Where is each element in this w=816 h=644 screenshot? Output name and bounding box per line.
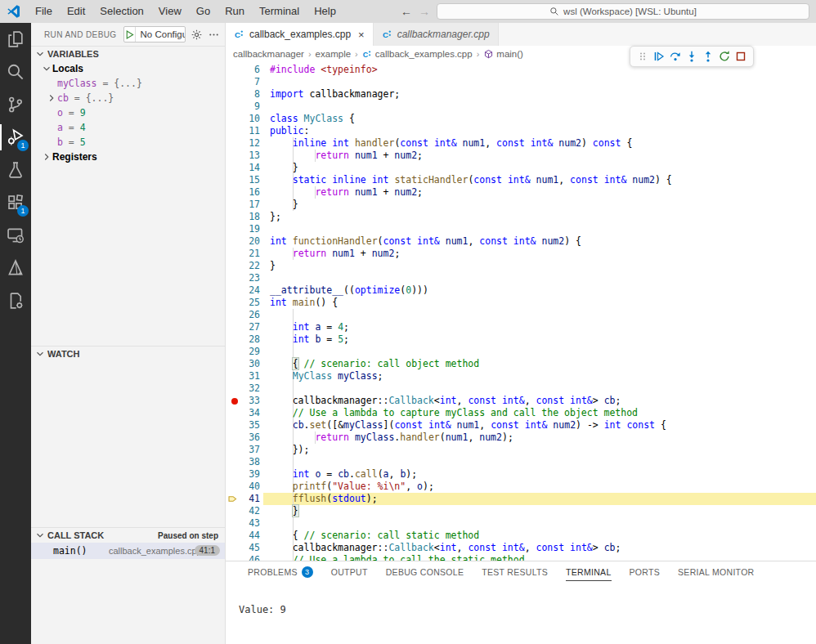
call-stack-frame[interactable]: main()callback_examples.cpp41:1: [31, 543, 225, 559]
panel-tab-terminal[interactable]: TERMINAL: [557, 561, 621, 583]
code-line-34[interactable]: 34 // Use a lambda to capture myClass an…: [226, 407, 816, 419]
code-line-24[interactable]: 24__attribute__((optimize(0))): [226, 284, 816, 297]
line-number[interactable]: 21: [226, 248, 260, 260]
variable-row[interactable]: a = 4: [31, 120, 225, 135]
menu-run[interactable]: Run: [217, 0, 252, 23]
remote-explorer-icon[interactable]: [0, 219, 31, 252]
variable-row[interactable]: cb = {...}: [31, 91, 225, 105]
continue-button[interactable]: [651, 48, 667, 65]
line-number[interactable]: 7: [226, 76, 260, 88]
editor-tab-callback_examples.cpp[interactable]: Ccallback_examples.cpp×: [226, 23, 374, 46]
line-number[interactable]: 39: [226, 468, 260, 481]
variable-row[interactable]: b = 5: [31, 135, 225, 150]
panel-tab-problems[interactable]: PROBLEMS3: [239, 561, 322, 583]
code-line-41[interactable]: 41 fflush(stdout);: [226, 493, 816, 505]
line-number[interactable]: 14: [226, 162, 260, 174]
line-number[interactable]: 10: [226, 113, 260, 125]
line-number[interactable]: 8: [226, 88, 260, 101]
line-number[interactable]: 23: [226, 272, 260, 284]
code-line-14[interactable]: 14 }: [226, 162, 816, 174]
call-stack-section-header[interactable]: CALL STACK Paused on step: [31, 528, 225, 543]
makefile-tools-icon[interactable]: [0, 284, 31, 317]
command-center-search[interactable]: wsl (Workspace) [WSL: Ubuntu]: [437, 3, 809, 20]
line-number[interactable]: 24: [226, 284, 260, 297]
code-line-30[interactable]: 30 { // scenario: call object method: [226, 358, 816, 370]
more-actions-button[interactable]: [208, 26, 220, 42]
code-line-28[interactable]: 28 int b = 5;: [226, 333, 816, 346]
variable-row[interactable]: myClass = {...}: [31, 76, 225, 91]
extensions-icon[interactable]: 1: [0, 186, 31, 219]
source-control-icon[interactable]: [0, 88, 31, 121]
code-line-21[interactable]: 21 return num1 + num2;: [226, 248, 816, 260]
code-line-37[interactable]: 37 });: [226, 444, 816, 456]
variables-section-header[interactable]: VARIABLES: [31, 47, 225, 61]
line-number[interactable]: 33: [226, 395, 260, 407]
code-line-17[interactable]: 17 }: [226, 199, 816, 211]
line-number[interactable]: 16: [226, 186, 260, 199]
code-line-10[interactable]: 10class MyClass {: [226, 113, 816, 125]
panel-tab-serial-monitor[interactable]: SERIAL MONITOR: [669, 561, 763, 583]
line-number[interactable]: 9: [226, 101, 260, 113]
line-number[interactable]: 36: [226, 432, 260, 444]
code-line-45[interactable]: 45 callbackmanager::Callback<int, const …: [226, 542, 816, 554]
terminal-output[interactable]: Value: 9: [239, 604, 816, 615]
line-number[interactable]: 27: [226, 321, 260, 333]
menu-help[interactable]: Help: [307, 0, 343, 23]
run-debug-icon[interactable]: 1: [0, 121, 31, 154]
variable-row[interactable]: o = 9: [31, 105, 225, 120]
line-number[interactable]: 26: [226, 309, 260, 321]
code-line-35[interactable]: 35 cb.set([&myClass](const int& num1, co…: [226, 419, 816, 432]
menu-file[interactable]: File: [28, 0, 60, 23]
code-line-44[interactable]: 44 { // scenario: call static method: [226, 530, 816, 542]
code-line-46[interactable]: 46 // Use a lambda to call the static me…: [226, 554, 816, 561]
breadcrumb-item-callbackmanager[interactable]: callbackmanager: [233, 49, 304, 59]
line-number[interactable]: 43: [226, 517, 260, 530]
line-number[interactable]: 38: [226, 456, 260, 468]
code-line-8[interactable]: 8import callbackmanager;: [226, 88, 816, 101]
menu-go[interactable]: Go: [189, 0, 217, 23]
line-number[interactable]: 19: [226, 223, 260, 235]
line-number[interactable]: 40: [226, 481, 260, 493]
panel-tab-output[interactable]: OUTPUT: [322, 561, 377, 583]
code-line-43[interactable]: 43: [226, 517, 816, 530]
variables-group-locals[interactable]: Locals: [31, 61, 225, 76]
code-line-27[interactable]: 27 int a = 4;: [226, 321, 816, 333]
code-line-32[interactable]: 32: [226, 382, 816, 395]
code-line-25[interactable]: 25int main() {: [226, 297, 816, 309]
line-number[interactable]: 45: [226, 542, 260, 554]
breadcrumb-item-example[interactable]: example: [316, 49, 351, 59]
stop-button[interactable]: [733, 48, 749, 65]
line-number[interactable]: 32: [226, 382, 260, 395]
explorer-icon[interactable]: [0, 23, 31, 56]
code-line-23[interactable]: 23: [226, 272, 816, 284]
code-line-9[interactable]: 9: [226, 101, 816, 113]
config-dropdown[interactable]: No Configur: [136, 29, 186, 39]
line-number[interactable]: 18: [226, 211, 260, 223]
code-line-19[interactable]: 19: [226, 223, 816, 235]
variables-group-registers[interactable]: Registers: [31, 150, 225, 164]
menu-edit[interactable]: Edit: [60, 0, 92, 23]
search-icon[interactable]: [0, 56, 31, 88]
code-line-40[interactable]: 40 printf("Value: %i\n", o);: [226, 481, 816, 493]
line-number[interactable]: 25: [226, 297, 260, 309]
line-number[interactable]: 15: [226, 174, 260, 186]
line-number[interactable]: 11: [226, 125, 260, 137]
code-line-36[interactable]: 36 return myClass.handler(num1, num2);: [226, 432, 816, 444]
code-line-13[interactable]: 13 return num1 + num2;: [226, 150, 816, 162]
cmake-icon[interactable]: [0, 252, 31, 284]
line-number[interactable]: 35: [226, 419, 260, 432]
panel-tab-debug-console[interactable]: DEBUG CONSOLE: [377, 561, 473, 583]
start-debug-button[interactable]: [124, 27, 136, 42]
line-number[interactable]: 22: [226, 260, 260, 272]
step-out-button[interactable]: [700, 48, 716, 65]
breadcrumb-item-main-[interactable]: main(): [483, 49, 523, 60]
line-number[interactable]: 34: [226, 407, 260, 419]
code-line-38[interactable]: 38: [226, 456, 816, 468]
code-line-29[interactable]: 29: [226, 346, 816, 358]
breadcrumb-item-callback-examples-cpp[interactable]: Ccallback_examples.cpp: [362, 49, 473, 60]
line-number[interactable]: 12: [226, 137, 260, 150]
line-number[interactable]: 31: [226, 370, 260, 382]
line-number[interactable]: 13: [226, 150, 260, 162]
line-number[interactable]: 42: [226, 505, 260, 517]
line-number[interactable]: 41: [226, 493, 260, 505]
